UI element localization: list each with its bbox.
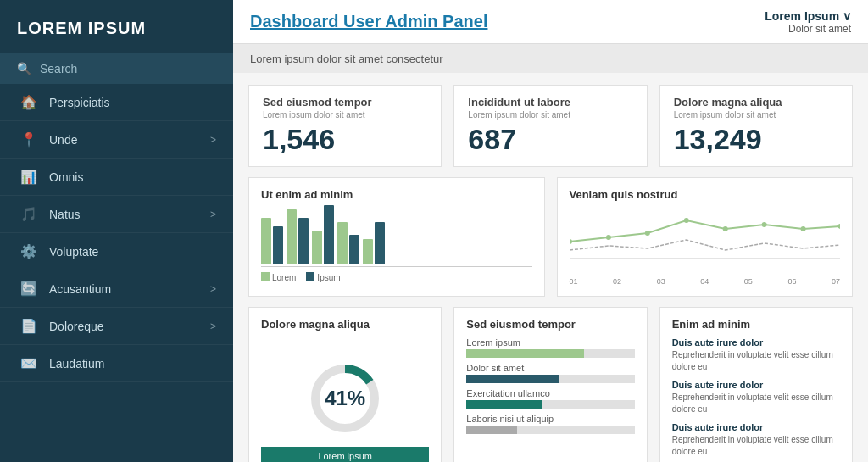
chevron-down-icon: ∨: [843, 9, 851, 23]
nav-arrow-icon: >: [210, 134, 216, 146]
stat-title: Sed eiusmod tempor: [263, 96, 427, 109]
line-chart-labels: 01020304050607: [570, 277, 841, 286]
progress-bar-wrap: [466, 349, 634, 358]
line-chart-card: Veniam quis nostrud: [557, 177, 854, 297]
progress-bar-fill: [466, 349, 584, 358]
sidebar-item-unde[interactable]: 📍 Unde >: [0, 121, 233, 159]
list-item: Duis aute irure dolor Reprehenderit in v…: [672, 337, 840, 373]
bar-chart-title: Ut enim ad minim: [261, 188, 532, 201]
progress-item: Exercitation ullamco: [466, 388, 634, 409]
stat-sub: Lorem ipsum dolor sit amet: [468, 110, 632, 120]
search-label: Search: [40, 62, 77, 75]
subtitle-bar: Lorem ipsum dolor sit amet consectetur: [233, 44, 868, 73]
stat-value: 1,546: [263, 123, 427, 156]
bar-group: [363, 222, 385, 264]
nav-arrow-icon: >: [210, 320, 216, 332]
sidebar-item-doloreque[interactable]: 📄 Doloreque >: [0, 308, 233, 345]
bar-chart-card: Ut enim ad minim Lorem Ipsum: [248, 177, 545, 297]
list-item-title: Duis aute irure dolor: [672, 337, 840, 348]
donut-button[interactable]: Lorem ipsum: [261, 447, 429, 462]
list-item-title: Duis aute irure dolor: [672, 380, 840, 390]
user-name: Lorem Ipsum ∨: [765, 9, 851, 23]
nav-label: Natus: [49, 208, 81, 221]
svg-point-4: [683, 218, 688, 223]
nav-label: Perspiciatis: [49, 96, 110, 109]
list-item-title: Duis aute irure dolor: [672, 422, 840, 432]
legend-lorem: Lorem: [272, 273, 296, 282]
sidebar-item-perspiciatis[interactable]: 🏠 Perspiciatis: [0, 84, 233, 121]
page-title: Dashboard User Admin Panel: [250, 12, 487, 31]
line-chart-svg: [570, 208, 841, 269]
bar-group: [287, 209, 309, 264]
svg-point-7: [800, 226, 805, 231]
main-panel: Dashboard User Admin Panel Lorem Ipsum ∨…: [233, 0, 868, 462]
nav-label: Laudatium: [49, 357, 104, 370]
legend-ipsum: Ipsum: [317, 273, 340, 282]
line-chart-label: 05: [744, 277, 753, 286]
nav-label: Acusantium: [49, 282, 111, 296]
svg-point-2: [605, 235, 610, 240]
nav-icon: 🎵: [17, 206, 41, 222]
list-item-desc: Reprehenderit in voluptate velit esse ci…: [672, 392, 840, 415]
nav-icon: 🔄: [17, 281, 41, 297]
svg-point-6: [761, 222, 766, 227]
list-card: Enim ad minim Duis aute irure dolor Repr…: [659, 307, 853, 462]
donut-percent: 41%: [325, 387, 365, 410]
progress-section: Lorem ipsum Dolor sit amet Exercitation …: [466, 337, 634, 462]
bottom-row: Dolore magna aliqua 41% Lorem ipsum Sed …: [248, 307, 853, 462]
bar-dark: [349, 235, 359, 264]
search-icon: 🔍: [17, 62, 31, 75]
progress-bar-fill: [466, 375, 559, 383]
bar-chart: [261, 208, 532, 267]
nav-icon: 📊: [17, 169, 41, 185]
progress-label: Laboris nisi ut aliquip: [466, 414, 634, 424]
stat-value: 13,249: [674, 123, 838, 156]
stat-card: Incididunt ut labore Lorem ipsum dolor s…: [453, 85, 647, 167]
line-chart-label: 06: [787, 277, 796, 286]
progress-title: Sed eiusmod tempor: [466, 318, 634, 331]
content-area: Sed eiusmod tempor Lorem ipsum dolor sit…: [233, 73, 868, 462]
progress-bar-fill: [466, 400, 542, 409]
bar-dark: [375, 222, 385, 264]
progress-label: Dolor sit amet: [466, 363, 634, 373]
progress-bar-wrap: [466, 400, 634, 409]
nav-icon: ⚙️: [17, 243, 41, 259]
sidebar-item-natus[interactable]: 🎵 Natus >: [0, 196, 233, 233]
sidebar-item-voluptate[interactable]: ⚙️ Voluptate: [0, 233, 233, 270]
nav-label: Unde: [49, 133, 77, 147]
stat-title: Dolore magna aliqua: [674, 96, 838, 109]
bar-group: [261, 218, 283, 264]
user-info[interactable]: Lorem Ipsum ∨ Dolor sit amet: [765, 9, 851, 35]
charts-row: Ut enim ad minim Lorem Ipsum Veniam quis…: [248, 177, 853, 297]
sidebar-item-laudatium[interactable]: ✉️ Laudatium: [0, 345, 233, 382]
progress-bar-wrap: [466, 375, 634, 383]
donut-container: 41%: [307, 360, 383, 437]
svg-point-3: [644, 231, 649, 236]
bar-dark: [273, 226, 283, 264]
donut-wrap: 41% Lorem ipsum: [261, 337, 429, 462]
donut-title: Dolore magna aliqua: [261, 318, 429, 331]
bar-dark: [324, 205, 334, 264]
line-chart-label: 01: [570, 277, 578, 286]
bar-legend: Lorem Ipsum: [261, 272, 532, 282]
progress-item: Dolor sit amet: [466, 363, 634, 383]
nav-label: Voluptate: [49, 245, 98, 259]
sidebar-item-acusantium[interactable]: 🔄 Acusantium >: [0, 270, 233, 308]
user-subtitle: Dolor sit amet: [788, 23, 851, 35]
svg-point-5: [722, 226, 727, 231]
progress-item: Laboris nisi ut aliquip: [466, 414, 634, 434]
svg-point-8: [837, 224, 840, 229]
search-bar[interactable]: 🔍 Search: [0, 53, 233, 84]
nav-icon: ✉️: [17, 355, 41, 371]
sidebar-item-omnis[interactable]: 📊 Omnis: [0, 159, 233, 196]
list-item-desc: Reprehenderit in voluptate velit esse ci…: [672, 434, 840, 458]
bar-group: [312, 205, 334, 264]
nav-label: Omnis: [49, 170, 83, 184]
stat-card: Sed eiusmod tempor Lorem ipsum dolor sit…: [248, 85, 442, 167]
bar-green: [337, 222, 348, 264]
line-chart-label: 07: [832, 277, 840, 286]
progress-item: Lorem ipsum: [466, 337, 634, 358]
stat-title: Incididunt ut labore: [468, 96, 632, 109]
line-chart-title: Veniam quis nostrud: [570, 188, 841, 201]
bar-green: [363, 239, 373, 264]
